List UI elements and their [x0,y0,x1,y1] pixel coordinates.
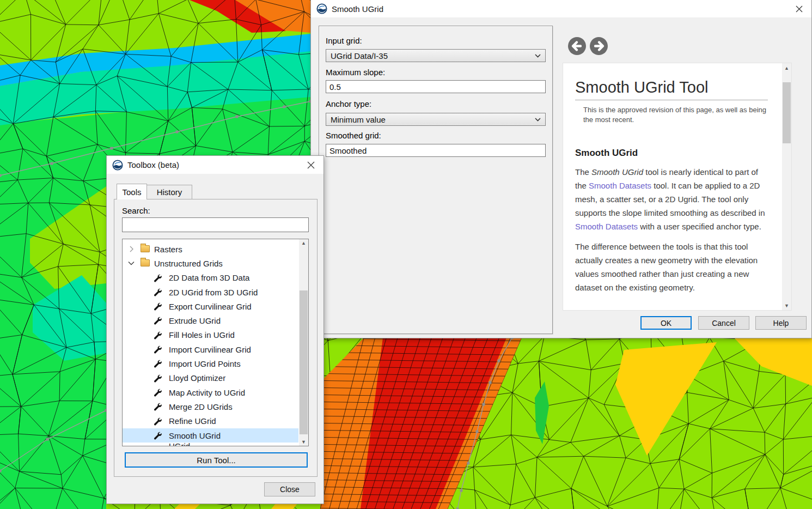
input-grid-combobox[interactable]: UGrid Data/I-35 [326,49,546,62]
tree-item-smooth-ugrid[interactable]: Smooth UGrid [123,428,298,443]
anchor-type-label: Anchor type: [326,99,371,108]
smooth-dialog-titlebar[interactable]: Smooth UGrid [311,0,811,17]
help-page-title: Smooth UGrid Tool [575,78,768,100]
search-label: Search: [122,206,150,215]
wrench-icon [154,374,162,384]
tree-item-extrude-ugrid[interactable]: Extrude UGrid [123,313,298,328]
wrench-icon [154,317,162,326]
wrench-icon [154,432,162,441]
wrench-icon [154,302,162,312]
scroll-up-icon[interactable]: ▲ [782,63,791,72]
tree-item-2d-ugrid-from-3d-ugrid[interactable]: 2D UGrid from 3D UGrid [123,285,298,299]
help-link-smooth-datasets[interactable]: Smooth Datasets [575,222,638,231]
help-text: The [575,167,591,177]
max-slope-input[interactable] [326,80,546,93]
chevron-down-icon [535,118,541,122]
wrench-icon [154,331,162,341]
tree-item-fill-holes-in-ugrid[interactable]: Fill Holes in UGrid [123,328,298,342]
tree-item-label: 2D UGrid from 3D UGrid [169,288,258,297]
search-input[interactable] [122,217,309,232]
tree-item-merge-2d-ugrids[interactable]: Merge 2D UGrids [123,399,298,414]
tree-item-import-curvilinear-grid[interactable]: Import Curvilinear Grid [123,342,298,356]
tree-item-label: Merge 2D UGrids [169,402,233,411]
tree-item-label: Rasters [154,245,182,254]
wrench-icon [154,274,162,284]
wrench-icon [154,446,162,446]
tree-scrollbar[interactable]: ▲ ▼ [299,239,308,446]
tree-scrollbar-thumb[interactable] [300,290,308,434]
tree-item-label: UGrid ... [169,443,199,446]
tool-tree: RastersUnstructured Grids2D Data from 3D… [122,239,309,446]
tree-item-label: Extrude UGrid [169,316,221,325]
tree-item-label: Smooth UGrid [169,431,221,440]
nav-back-arrow-icon [567,36,587,56]
mesh-zone-yellow-strip2 [271,504,297,509]
tree-item-refine-ugrid[interactable]: Refine UGrid [123,414,298,428]
tree-item-rasters[interactable]: Rasters [123,242,298,256]
tree-item-label: Map Activity to UGrid [169,388,245,397]
input-grid-label: Input grid: [326,36,362,45]
tree-item-2d-data-from-3d-data[interactable]: 2D Data from 3D Data [123,271,298,285]
help-content: Smooth UGrid Tool This is the approved r… [563,63,782,310]
wrench-icon [154,288,162,298]
tools-tab-panel: Search: RastersUnstructured Grids2D Data… [114,199,318,477]
close-button[interactable]: Close [264,482,315,496]
smooth-dialog-form-group: Input grid: UGrid Data/I-35 Maximum slop… [319,26,553,334]
tree-item-ugrid[interactable]: UGrid ... [123,443,298,446]
help-forward-button[interactable] [589,36,609,56]
smooth-ugrid-dialog: Smooth UGrid Input grid: UGrid Data/I-35… [310,0,812,338]
chevron-collapsed-icon[interactable] [127,245,135,253]
tree-item-label: Export Curvilinear Grid [169,302,252,311]
tree-item-export-curvilinear-grid[interactable]: Export Curvilinear Grid [123,299,298,313]
cancel-button[interactable]: Cancel [698,316,749,330]
tree-item-label: Unstructured Grids [154,259,223,268]
help-revision-notice: This is the approved revision of this pa… [583,105,768,125]
tab-history[interactable]: History [147,185,192,199]
smooth-dialog-close-icon[interactable] [792,3,806,15]
help-back-button[interactable] [567,36,587,56]
help-text: with a user specified anchor type. [638,222,761,231]
tree-item-label: Lloyd Optimizer [169,373,225,383]
help-scrollbar-thumb[interactable] [783,82,791,143]
folder-icon [141,259,150,266]
help-section-heading: Smooth UGrid [575,148,768,159]
toolbox-titlebar[interactable]: Toolbox (beta) [107,156,323,174]
tree-item-import-ugrid-points[interactable]: Import UGrid Points [123,356,298,371]
tree-item-lloyd-optimizer[interactable]: Lloyd Optimizer [123,371,298,385]
toolbox-close-icon[interactable] [304,159,318,171]
anchor-type-combobox[interactable]: Minimum value [326,113,546,126]
folder-icon [141,245,150,252]
help-paragraph-1: The Smooth UGrid tool is nearly identica… [575,165,768,233]
wrench-icon [154,417,162,427]
toolbox-title: Toolbox (beta) [127,160,179,169]
wrench-icon [154,346,162,355]
tree-item-label: Refine UGrid [169,416,216,426]
help-scrollbar[interactable]: ▲ ▼ [782,63,791,310]
toolbox-dialog: Toolbox (beta) Tools History Search: Ras… [106,155,324,504]
tree-item-label: Import Curvilinear Grid [169,345,251,354]
max-slope-label: Maximum slope: [326,68,385,77]
smoothed-grid-input[interactable] [326,144,546,157]
smooth-dialog-title: Smooth UGrid [332,4,383,14]
tree-item-label: Fill Holes in UGrid [169,330,235,340]
help-link-smooth-datasets[interactable]: Smooth Datasets [589,181,651,190]
help-button[interactable]: Help [755,316,807,330]
ok-button[interactable]: OK [640,316,692,330]
input-grid-value: UGrid Data/I-35 [331,51,388,60]
aquaveo-logo-icon [316,3,327,14]
tab-tools[interactable]: Tools [117,184,147,199]
help-paragraph-2: The difference between the tools is that… [575,240,768,294]
tree-item-unstructured-grids[interactable]: Unstructured Grids [123,256,298,270]
tree-item-label: Import UGrid Points [169,359,241,368]
help-panel: Smooth UGrid Tool This is the approved r… [563,63,792,311]
chevron-expanded-icon[interactable] [127,259,135,267]
tree-item-label: 2D Data from 3D Data [169,273,249,282]
scroll-down-icon[interactable]: ▼ [299,439,308,445]
wrench-icon [154,389,162,398]
tree-item-map-activity-to-ugrid[interactable]: Map Activity to UGrid [123,385,298,399]
wrench-icon [154,403,162,413]
scroll-up-icon[interactable]: ▲ [299,240,308,246]
run-tool-button[interactable]: Run Tool... [125,452,308,468]
scroll-down-icon[interactable]: ▼ [782,301,791,310]
chevron-down-icon [535,54,541,58]
